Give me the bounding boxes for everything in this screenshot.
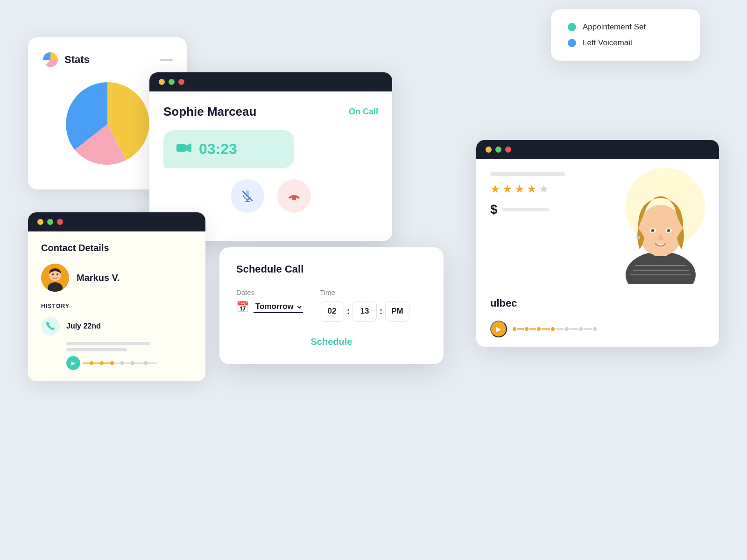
star-4: ★	[527, 182, 537, 196]
call-timer: 03:23	[199, 140, 237, 158]
profile-waveform: ▶	[476, 313, 719, 347]
profile-card: ★ ★ ★ ★ ★ $	[476, 140, 719, 347]
svg-point-42	[100, 361, 104, 365]
dates-label: Dates	[236, 288, 303, 296]
history-item: July 22nd	[41, 317, 192, 336]
star-row: ★ ★ ★ ★ ★	[490, 182, 605, 196]
svg-marker-2	[186, 143, 191, 153]
dollar-bar	[502, 208, 549, 211]
call-contact-name: Sophie Marceau	[163, 105, 256, 119]
video-icon	[176, 142, 191, 157]
profile-location-row: ulbec	[476, 297, 719, 313]
svg-point-46	[120, 361, 124, 365]
svg-point-37	[52, 273, 54, 275]
contact-titlebar	[28, 212, 205, 231]
stats-menu-icon[interactable]	[160, 59, 173, 61]
schedule-modal: Schedule Call Dates 📅 Tomorrow Today Nex…	[219, 247, 444, 364]
contact-details-title: Contact Details	[41, 243, 192, 253]
legend-card: Appointement Set Left Voicemail	[551, 9, 700, 61]
dollar-area: $	[490, 202, 605, 217]
calendar-icon: 📅	[236, 301, 249, 313]
star-5: ★	[539, 182, 549, 196]
svg-point-12	[651, 229, 655, 232]
time-minute-box[interactable]: 13	[352, 301, 377, 322]
svg-point-31	[579, 327, 583, 331]
contact-person-row: Markus V.	[41, 264, 192, 292]
profile-play-button[interactable]: ▶	[490, 321, 507, 337]
svg-point-29	[565, 327, 569, 331]
svg-point-50	[144, 361, 148, 365]
hangup-icon	[287, 191, 301, 201]
woman-avatar-svg	[616, 172, 705, 284]
svg-point-14	[653, 230, 654, 231]
dollar-sign: $	[490, 202, 498, 217]
appointment-dot	[568, 23, 576, 31]
star-2: ★	[502, 182, 513, 196]
star-3: ★	[514, 182, 525, 196]
contact-dot-green[interactable]	[47, 219, 53, 225]
history-bars	[66, 342, 192, 351]
profile-dot-red[interactable]	[505, 147, 511, 153]
svg-point-21	[513, 327, 516, 331]
schedule-button[interactable]: Schedule	[311, 336, 352, 347]
time-label: Time	[320, 288, 409, 296]
history-bar-1	[66, 342, 150, 345]
contact-dot-yellow[interactable]	[37, 219, 43, 225]
contact-dot-red[interactable]	[57, 219, 63, 225]
svg-point-25	[537, 327, 541, 331]
schedule-fields: Dates 📅 Tomorrow Today Next Week Time 02…	[236, 288, 427, 322]
hangup-button[interactable]	[277, 179, 311, 213]
svg-rect-1	[176, 144, 186, 152]
dot-green[interactable]	[169, 79, 175, 85]
mute-button[interactable]	[231, 179, 264, 213]
profile-bar-1	[490, 172, 565, 176]
schedule-title: Schedule Call	[236, 263, 427, 275]
contact-play-button[interactable]: ▶	[66, 356, 80, 370]
legend-item-appointment: Appointement Set	[568, 22, 684, 32]
time-sep-2: :	[380, 307, 382, 316]
contact-avatar	[41, 264, 69, 292]
svg-point-48	[131, 361, 134, 365]
profile-left: ★ ★ ★ ★ ★ $	[490, 172, 605, 217]
svg-point-15	[669, 230, 669, 231]
dates-field-group: Dates 📅 Tomorrow Today Next Week	[236, 288, 303, 322]
call-name-row: Sophie Marceau On Call	[163, 105, 378, 119]
history-phone-icon	[41, 317, 60, 336]
contact-card: Contact Details	[28, 212, 205, 381]
voicemail-label: Left Voicemail	[583, 38, 632, 48]
legend-item-voicemail: Left Voicemail	[568, 38, 684, 48]
date-select[interactable]: Tomorrow Today Next Week	[254, 301, 303, 313]
dot-yellow[interactable]	[159, 79, 165, 85]
voicemail-dot	[568, 39, 576, 47]
profile-waveform-svg	[510, 322, 603, 336]
svg-point-27	[551, 327, 555, 331]
profile-body: ★ ★ ★ ★ ★ $	[476, 159, 719, 297]
svg-point-16	[636, 236, 640, 239]
call-titlebar	[149, 72, 392, 91]
svg-point-13	[667, 229, 670, 232]
contact-waveform-svg	[83, 358, 158, 368]
history-date: July 22nd	[66, 322, 101, 330]
profile-dot-green[interactable]	[495, 147, 501, 153]
on-call-badge: On Call	[349, 107, 378, 117]
contact-body: Contact Details	[28, 231, 205, 381]
time-row: 02 : 13 : PM	[320, 301, 409, 322]
markus-avatar-svg	[41, 264, 69, 292]
svg-point-40	[90, 361, 93, 365]
profile-location: ulbec	[490, 297, 517, 309]
date-row: 📅 Tomorrow Today Next Week	[236, 301, 303, 313]
stats-pie-icon	[42, 51, 59, 68]
svg-point-44	[110, 361, 114, 365]
time-sep-1: :	[347, 307, 350, 316]
contact-waveform: ▶	[66, 356, 192, 370]
dot-red[interactable]	[178, 79, 184, 85]
star-1: ★	[490, 182, 500, 196]
appointment-label: Appointement Set	[583, 22, 646, 32]
history-bar-2	[66, 348, 127, 351]
profile-titlebar	[476, 140, 719, 159]
time-period-box[interactable]: PM	[385, 301, 409, 322]
video-bubble: 03:23	[163, 130, 294, 168]
time-hour-box[interactable]: 02	[320, 301, 344, 322]
video-camera-icon	[176, 142, 191, 154]
profile-dot-yellow[interactable]	[486, 147, 492, 153]
